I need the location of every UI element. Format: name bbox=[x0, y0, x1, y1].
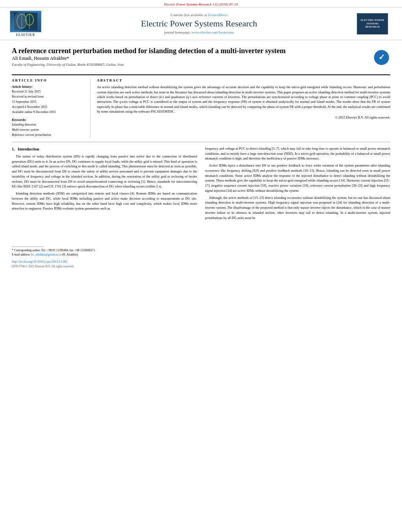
article-title-section: A reference current perturbation method … bbox=[12, 46, 390, 72]
journal-header-center: Contents lists available at ScienceDirec… bbox=[43, 13, 355, 34]
received-date: Received 21 July 2015 bbox=[12, 89, 86, 95]
revised-date: Received in revised form 15 September 20… bbox=[12, 95, 86, 105]
journal-logo-right: ELECTRIC POWER SYSTEMS RESEARCH bbox=[355, 13, 390, 35]
body-para-r3: Although, the active methods of [15–23] … bbox=[205, 195, 390, 221]
body-para-r2: Active IDMs inject a disturbance into DS… bbox=[205, 163, 390, 193]
svg-text:✓: ✓ bbox=[378, 53, 385, 61]
keyword-multiinverter: Multi-inverter system bbox=[12, 128, 86, 133]
journal-title: Electric Power Systems Research bbox=[43, 19, 355, 29]
affiliation: Faculty of Engineering, University of Gu… bbox=[12, 63, 286, 67]
article-title: A reference current perturbation method … bbox=[12, 46, 286, 56]
article-info-panel: ARTICLE INFO Article history: Received 2… bbox=[12, 78, 91, 137]
available-date: Available online 9 December 2015 bbox=[12, 110, 86, 115]
main-content: A reference current perturbation method … bbox=[0, 40, 402, 272]
svg-point-1 bbox=[17, 14, 26, 28]
section1-heading: 1. Introduction bbox=[12, 146, 197, 152]
email-link[interactable]: ho_afrakhte@guilan.ac.ir bbox=[31, 253, 61, 256]
journal-url[interactable]: www.elsevier.com/locate/epsr bbox=[192, 30, 234, 34]
history-label: Article history: bbox=[12, 85, 86, 89]
section-divider bbox=[12, 142, 390, 142]
email-line: E-mail address: ho_afrakhte@guilan.ac.ir… bbox=[12, 252, 197, 257]
crossmark-badge[interactable]: ✓ bbox=[372, 48, 390, 66]
body-left-column: 1. Introduction The nature of today dist… bbox=[12, 146, 197, 269]
keyword-refcurrent: Reference current perturbation bbox=[12, 133, 86, 138]
keyword-islanding: Islanding detection bbox=[12, 122, 86, 128]
elsevier-logo-graphic bbox=[10, 11, 41, 32]
body-columns: 1. Introduction The nature of today dist… bbox=[12, 146, 390, 269]
crossmark-icon: ✓ bbox=[374, 50, 389, 65]
abstract-panel: ABSTRACT An active islanding detection m… bbox=[91, 78, 390, 137]
abstract-heading: ABSTRACT bbox=[97, 78, 390, 82]
doi-link[interactable]: http://dx.doi.org/10.1016/j.epsr.2015.11… bbox=[12, 260, 67, 263]
article-info-heading: ARTICLE INFO bbox=[12, 78, 86, 82]
body-right-column: frequency and voltage at PCC to detect i… bbox=[205, 146, 390, 269]
journal-citation: Electric Power Systems Research 132 (201… bbox=[0, 0, 402, 7]
accepted-date: Accepted 4 November 2015 bbox=[12, 105, 86, 110]
authors: Ali Emadi, Hossein Afrakhte* bbox=[12, 56, 286, 61]
journal-header: ELSEVIER Contents lists available at Sci… bbox=[0, 7, 402, 40]
abstract-text: An active islanding detection method wit… bbox=[97, 85, 390, 114]
elsevier-name: ELSEVIER bbox=[16, 33, 35, 37]
info-abstract-columns: ARTICLE INFO Article history: Received 2… bbox=[12, 74, 390, 137]
issn-line: 0378-7796/© 2015 Elsevier B.V. All right… bbox=[12, 264, 197, 269]
keywords-label: Keywords: bbox=[12, 118, 86, 122]
body-para-1: The nature of today distribution system … bbox=[12, 154, 197, 189]
body-para-r1: frequency and voltage at PCC to detect i… bbox=[205, 146, 390, 161]
corresponding-author-note: * Corresponding author. Tel.: +98 91 113… bbox=[12, 248, 197, 252]
footnote-separator bbox=[12, 247, 43, 247]
contents-available-line: Contents lists available at ScienceDirec… bbox=[43, 13, 355, 17]
journal-homepage-line: journal homepage: www.elsevier.com/locat… bbox=[43, 30, 355, 34]
abstract-copyright: © 2015 Elsevier B.V. All rights reserved… bbox=[97, 115, 390, 119]
sciencedirect-link[interactable]: ScienceDirect bbox=[208, 13, 227, 17]
elsevier-logo: ELSEVIER bbox=[8, 11, 43, 37]
journal-logo-graphic-right: ELECTRIC POWER SYSTEMS RESEARCH bbox=[357, 13, 388, 35]
body-para-2: Islanding detection methods (IDM) are ca… bbox=[12, 191, 197, 211]
